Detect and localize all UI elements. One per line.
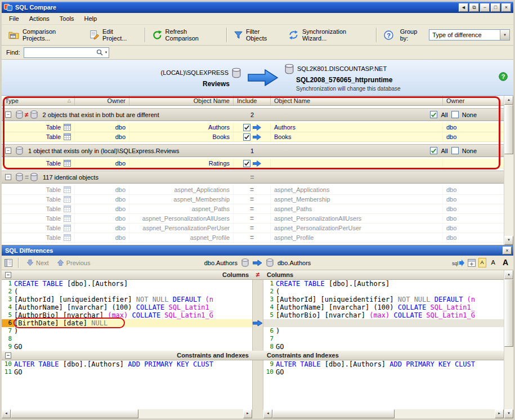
include-cell[interactable] (234, 132, 271, 141)
scroll-left-button[interactable]: ◄ (2, 409, 11, 418)
menu-tools[interactable]: Tools (55, 14, 79, 24)
section-header-constraints-right[interactable]: Constraints and Indexes (263, 351, 504, 360)
include-cell[interactable]: = (234, 195, 271, 204)
chevron-down-icon[interactable]: ▼ (500, 30, 509, 40)
header-help-icon[interactable]: ? (499, 72, 508, 82)
include-cell[interactable]: = (234, 185, 271, 194)
scroll-thumb[interactable] (272, 409, 395, 418)
restore-button[interactable]: ⧉ (469, 3, 479, 12)
next-difference-button[interactable]: Next (24, 258, 52, 267)
select-all-checkbox[interactable] (430, 111, 437, 118)
collapse-icon[interactable]: − (5, 111, 11, 118)
diff-vertical-scrollbar[interactable]: ▲ ▼ (504, 270, 513, 418)
collapse-icon[interactable]: − (5, 272, 11, 278)
maximize-button[interactable]: □ (491, 3, 500, 12)
section-header-columns-left[interactable]: − Columns (2, 270, 252, 280)
include-cell[interactable]: = (234, 233, 271, 242)
sql-left-constraints[interactable]: 10ALTER TABLE [dbo].[Authors] ADD PRIMAR… (2, 360, 252, 376)
scroll-thumb[interactable] (504, 105, 513, 154)
sql-left-columns[interactable]: 1CREATE TABLE [dbo].[Authors]2(3[AuthorI… (2, 280, 252, 351)
sql-right-constraints[interactable]: 9ALTER TABLE [dbo].[Authors] ADD PRIMARY… (263, 360, 504, 376)
sql-right-columns[interactable]: 1CREATE TABLE [dbo].[Authors]2(3[AuthorI… (263, 280, 504, 351)
scroll-down-button[interactable]: ▼ (504, 409, 513, 418)
scroll-track[interactable] (11, 409, 243, 418)
scroll-up-button[interactable]: ▲ (504, 270, 513, 279)
minimize-button[interactable]: − (480, 3, 490, 12)
column-header-object-left[interactable]: Object Name (129, 96, 234, 105)
title-bar[interactable]: SQL Compare ◄ ⧉ − □ × (2, 2, 513, 13)
back-button[interactable]: ◄ (459, 3, 468, 12)
group-row[interactable]: −≠2 objects that exist in both but are d… (2, 108, 504, 121)
right-pane-hscrollbar[interactable]: ◄ ► (263, 409, 504, 418)
chevron-down-icon[interactable]: ▼ (105, 51, 108, 54)
filter-objects-button[interactable]: Filter Objects (231, 26, 284, 44)
font-size-small-button[interactable]: A (478, 258, 486, 267)
search-icon[interactable] (96, 49, 103, 56)
include-checkbox[interactable] (243, 160, 250, 167)
scroll-down-button[interactable]: ▼ (504, 236, 513, 245)
select-all-link[interactable]: All (441, 111, 447, 118)
collapse-icon[interactable]: − (5, 352, 11, 359)
section-header-constraints-left[interactable]: − Constraints and Indexes (2, 351, 252, 360)
include-checkbox[interactable] (243, 133, 250, 141)
object-row-aspnet_personalizationperuser[interactable]: Tabledboaspnet_PersonalizationPerUser=as… (2, 224, 504, 233)
include-checkbox[interactable] (243, 124, 250, 131)
scroll-track[interactable] (504, 279, 513, 409)
font-size-medium-button[interactable]: A (489, 258, 498, 267)
scroll-up-button[interactable]: ▲ (504, 96, 513, 105)
menu-help[interactable]: Help (79, 14, 102, 24)
object-row-aspnet_membership[interactable]: Tabledboaspnet_Membership=aspnet_Members… (2, 195, 504, 204)
comparison-projects-button[interactable]: Comparison Projects... (5, 26, 85, 44)
edit-project-button[interactable]: Edit Project... (86, 26, 141, 44)
grid-vertical-scrollbar[interactable]: ▲ ▼ (504, 96, 513, 245)
column-header-owner-right[interactable]: Owner (443, 96, 504, 105)
font-size-large-button[interactable]: A (500, 258, 510, 267)
scroll-track[interactable] (272, 409, 495, 418)
select-none-link[interactable]: None (462, 148, 477, 154)
include-cell[interactable]: = (234, 224, 271, 233)
layout-split-icon[interactable] (468, 259, 476, 267)
help-button[interactable]: ? (380, 28, 397, 42)
previous-difference-button[interactable]: Previous (55, 258, 93, 267)
open-script-icon[interactable]: sql (451, 259, 465, 267)
column-header-include[interactable]: Include (234, 96, 271, 105)
column-header-object-right[interactable]: Object Name (271, 96, 443, 105)
object-row-books[interactable]: TabledboBooksBooksdbo (2, 132, 504, 142)
find-input[interactable] (24, 48, 94, 57)
menu-actions[interactable]: Actions (24, 14, 55, 24)
object-row-aspnet_personalizationallusers[interactable]: Tabledboaspnet_PersonalizationAllUsers=a… (2, 214, 504, 224)
include-cell[interactable] (234, 123, 271, 132)
sync-wizard-button[interactable]: Synchronization Wizard... (285, 26, 372, 44)
collapse-icon[interactable]: − (5, 148, 11, 154)
sql-differences-titlebar[interactable]: SQL Differences × (2, 245, 513, 256)
close-icon[interactable]: × (503, 247, 512, 254)
select-none-checkbox[interactable] (451, 111, 459, 118)
section-header-columns-right[interactable]: Columns (263, 270, 504, 280)
column-header-owner-left[interactable]: Owner (75, 96, 129, 105)
scroll-thumb[interactable] (504, 279, 513, 347)
group-by-select[interactable]: Type of difference ▼ (429, 29, 510, 41)
group-row[interactable]: −1 object that exists only in (local)\SQ… (2, 144, 504, 157)
scroll-thumb[interactable] (11, 409, 138, 418)
scroll-right-button[interactable]: ► (243, 409, 252, 418)
scroll-track[interactable] (504, 105, 513, 236)
menu-file[interactable]: File (4, 14, 24, 24)
layout-map-icon[interactable] (5, 259, 12, 267)
refresh-comparison-button[interactable]: Refresh Comparison (149, 26, 222, 44)
include-cell[interactable] (234, 159, 271, 168)
include-cell[interactable]: = (234, 214, 271, 223)
object-row-authors[interactable]: TabledboAuthorsAuthorsdbo (2, 123, 504, 132)
collapse-icon[interactable]: − (5, 174, 11, 180)
include-cell[interactable]: = (234, 204, 271, 213)
object-row-aspnet_paths[interactable]: Tabledboaspnet_Paths=aspnet_Pathsdbo (2, 204, 504, 214)
scroll-left-button[interactable]: ◄ (263, 409, 272, 418)
group-row[interactable]: −=117 identical objects= (2, 171, 504, 184)
object-row-aspnet_profile[interactable]: Tabledboaspnet_Profile=aspnet_Profiledbo (2, 233, 504, 243)
close-button[interactable]: × (501, 3, 511, 12)
select-all-checkbox[interactable] (430, 147, 437, 154)
object-row-ratings[interactable]: TabledboRatings (2, 159, 504, 168)
object-row-aspnet_applications[interactable]: Tabledboaspnet_Applications=aspnet_Appli… (2, 185, 504, 195)
select-all-link[interactable]: All (441, 148, 447, 154)
select-none-checkbox[interactable] (451, 147, 459, 154)
scroll-right-button[interactable]: ► (495, 409, 504, 418)
